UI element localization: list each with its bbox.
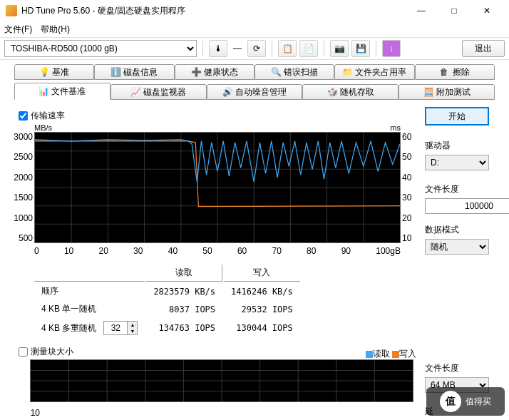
menubar: 文件(F) 帮助(H) (0, 21, 509, 37)
file-length2-label: 文件长度 (425, 362, 496, 374)
exit-button[interactable]: 退出 (462, 40, 505, 57)
copy-button[interactable]: 📋 (278, 40, 297, 57)
lightbulb-icon: 💡 (39, 67, 49, 77)
file-length-label: 文件长度 (425, 183, 496, 195)
health-icon: ➕ (191, 67, 201, 77)
minimize-button[interactable]: — (405, 0, 438, 21)
save-button[interactable]: 💾 (351, 40, 370, 57)
y-unit-left: MB/s (34, 123, 52, 132)
tab-aam[interactable]: 🔊自动噪音管理 (207, 84, 303, 100)
tabs-row-2: 📊文件基准 📈磁盘监视器 🔊自动噪音管理 🎲随机存取 🧮附加测试 (0, 83, 509, 100)
row-4kb-multi: 4 KB 多重随机 ▲▼ 134763 IOPS130044 IOPS (34, 319, 300, 337)
tab-file-benchmark[interactable]: 📊文件基准 (14, 83, 110, 100)
options-button[interactable]: ↓ (382, 40, 401, 57)
x-ticks: 0102030405060708090100gB (34, 246, 401, 256)
tab-health[interactable]: ➕健康状态 (175, 64, 254, 80)
start-button[interactable]: 开始 (425, 107, 489, 126)
drive-label: 驱动器 (425, 140, 496, 152)
search-icon: 🔍 (271, 67, 281, 77)
copy-info-button[interactable]: 📄 (299, 40, 318, 57)
menu-file[interactable]: 文件(F) (4, 24, 32, 36)
block-size-label: 测量块大小 (31, 346, 73, 358)
refresh-button[interactable]: ⟳ (247, 40, 266, 57)
temp-sep: — (233, 43, 242, 53)
block-size-checkbox[interactable] (19, 347, 28, 357)
trash-icon: 🗑 (440, 67, 450, 77)
tab-random-access[interactable]: 🎲随机存取 (302, 84, 399, 100)
monitor-icon: 📈 (130, 87, 140, 97)
row-4kb-single: 4 KB 单一随机8037 IOPS29532 IOPS (34, 301, 300, 317)
toolbar: TOSHIBA-RD500 (1000 gB) 🌡 — ⟳ 📋 📄 📷 💾 ↓ … (0, 37, 509, 60)
tab-folder-usage[interactable]: 📁文件夹占用率 (334, 64, 414, 80)
results-table: 读取写入 顺序2823579 KB/s1416246 KB/s 4 KB 单一随… (33, 263, 302, 339)
tab-extra-tests[interactable]: 🧮附加测试 (399, 84, 495, 100)
info-icon: ℹ️ (110, 67, 120, 77)
watermark: 值 值得买 (426, 387, 505, 416)
tab-basic[interactable]: 💡基准 (14, 64, 94, 80)
transfer-rate-checkbox[interactable] (19, 111, 28, 121)
transfer-chart: MB/s ms 30002500200015001000500 60504030… (13, 123, 416, 256)
window-title: HD Tune Pro 5.60 - 硬盘/固态硬盘实用程序 (21, 5, 405, 17)
y-ticks-right: 605040302010 (402, 132, 416, 243)
drive-select[interactable]: TOSHIBA-RD500 (1000 gB) (4, 40, 197, 57)
speaker-icon: 🔊 (222, 87, 232, 97)
row-sequential: 顺序2823579 KB/s1416246 KB/s (34, 283, 300, 299)
y-unit-right: ms (390, 123, 401, 132)
data-mode-label: 数据模式 (425, 224, 496, 236)
y-ticks-left: 30002500200015001000500 (13, 132, 33, 243)
file-length-input[interactable] (425, 198, 509, 214)
close-button[interactable]: ✕ (471, 0, 503, 21)
titlebar: HD Tune Pro 5.60 - 硬盘/固态硬盘实用程序 — □ ✕ (0, 0, 509, 21)
folder-icon: 📁 (342, 67, 352, 77)
file-bench-icon: 📊 (38, 86, 48, 96)
transfer-rate-label: 传输速率 (31, 110, 65, 122)
menu-help[interactable]: 帮助(H) (41, 24, 70, 36)
tab-disk-monitor[interactable]: 📈磁盘监视器 (110, 84, 207, 100)
queue-depth-spinner[interactable]: ▲▼ (103, 321, 138, 335)
col-read: 读取 (146, 265, 222, 282)
random-icon: 🎲 (327, 87, 337, 97)
tab-disk-info[interactable]: ℹ️磁盘信息 (94, 64, 174, 80)
tab-error-scan[interactable]: 🔍错误扫描 (254, 64, 334, 80)
block-size-chart (30, 359, 413, 402)
tab-erase[interactable]: 🗑擦除 (415, 64, 495, 80)
col-write: 写入 (224, 265, 300, 282)
temperature-icon[interactable]: 🌡 (209, 40, 227, 57)
tabs-row-1: 💡基准 ℹ️磁盘信息 ➕健康状态 🔍错误扫描 📁文件夹占用率 🗑擦除 (0, 63, 509, 80)
legend: 读取 写入 (366, 348, 416, 360)
drive-letter-select[interactable]: D: (425, 155, 489, 170)
maximize-button[interactable]: □ (438, 0, 471, 21)
watermark-icon: 值 (440, 391, 461, 412)
extra-icon: 🧮 (423, 87, 433, 97)
app-icon (6, 5, 17, 16)
screenshot-button[interactable]: 📷 (330, 40, 349, 57)
data-mode-select[interactable]: 随机 (425, 239, 489, 255)
